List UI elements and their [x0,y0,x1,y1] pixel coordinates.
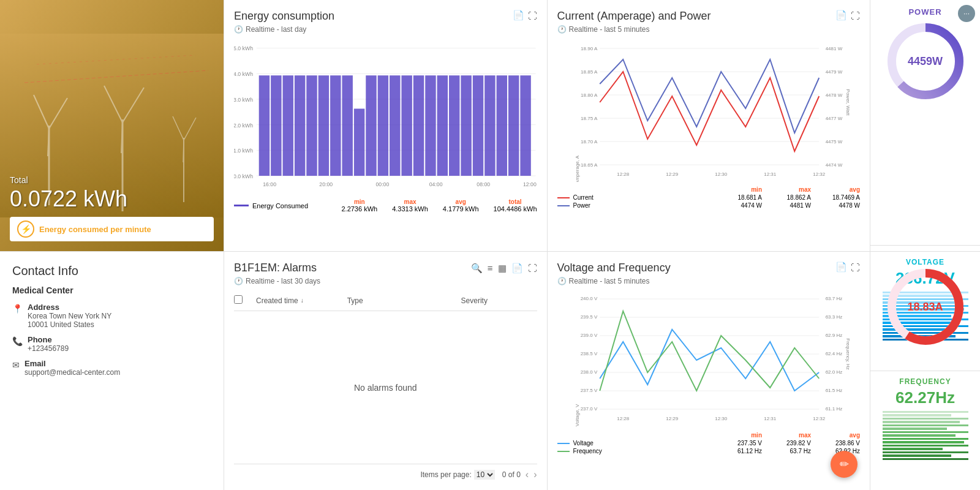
cp-chart-header: Current (Amperage) and Power 📄 ⛶ [557,10,861,23]
fullscreen-icon[interactable]: ⛶ [528,10,537,21]
power-stat-row: Power 4474 W 4481 W 4478 W [557,202,861,209]
current-power-chart: Current (Amperage) and Power 📄 ⛶ 🕐 Realt… [547,0,870,251]
svg-text:04:00: 04:00 [429,181,443,187]
svg-text:Voltage, V: Voltage, V [575,404,580,426]
svg-text:12:29: 12:29 [666,416,679,421]
alarms-download-icon[interactable]: 📄 [511,263,523,274]
alarm-checkbox-header[interactable] [234,295,256,306]
alarm-empty-message: No alarms found [234,311,537,464]
vf-avg-header: avg [811,432,860,439]
alarm-footer: Items per page: 10 25 50 0 of 0 ‹ › [234,464,537,480]
svg-rect-31 [306,75,317,176]
svg-rect-40 [413,75,424,176]
cp-avg-header: avg [811,186,860,193]
svg-rect-29 [283,75,293,176]
current-min: 18.681 A [713,194,762,201]
vf-clock-icon: 🕐 [557,277,567,285]
voltage-stat-row: Voltage 237.35 V 239.82 V 238.86 V [557,440,861,447]
power-avg: 4478 W [811,202,860,209]
vf-chart-tools: 📄 ⛶ [835,262,860,273]
svg-text:18.90 A: 18.90 A [581,46,598,51]
prev-page-btn[interactable]: ‹ [526,469,529,480]
cp-max-header: max [762,186,811,193]
current-stat-row: Current 18.681 A 18.862 A 18.7469 A [557,194,861,201]
sort-icon: ↓ [301,297,304,304]
svg-rect-38 [390,75,400,176]
svg-text:18.80 A: 18.80 A [581,92,598,98]
svg-text:18.70 A: 18.70 A [581,139,598,145]
vf-stats: min max avg Voltage 237.35 V 239.82 V 23… [557,432,861,454]
svg-text:62.4 Hz: 62.4 Hz [825,351,842,356]
svg-rect-30 [295,75,305,176]
email-icon: ✉ [12,360,20,370]
svg-text:2.0 kWh: 2.0 kWh [234,123,253,129]
freq-max: 63.7 Hz [762,448,811,454]
svg-rect-33 [330,75,341,176]
svg-rect-46 [484,75,495,176]
svg-text:12:31: 12:31 [764,416,777,421]
min-label: min [341,198,377,205]
svg-text:12:00: 12:00 [523,181,537,187]
per-minute-label: Energy consumed per minute [39,225,151,234]
alarm-select-all[interactable] [234,295,243,304]
energy-hero: Total 0.0722 kWh ⚡ Energy consumed per m… [0,0,224,251]
voltage-max: 239.82 V [762,440,811,447]
svg-text:12:31: 12:31 [764,172,777,177]
power-panel: ··· POWER [870,0,980,246]
items-per-page-select[interactable]: 10 25 50 [474,470,495,480]
download-icon[interactable]: 📄 [513,10,524,21]
email-value: support@medical-center.com [24,368,120,377]
svg-text:238.5 V: 238.5 V [580,351,597,356]
svg-text:62.9 Hz: 62.9 Hz [825,333,842,338]
svg-rect-41 [425,75,435,176]
chart-tools: 📄 ⛶ [513,10,537,21]
alarms-columns-icon[interactable]: ▦ [498,263,507,274]
svg-text:12:32: 12:32 [813,416,826,421]
next-page-btn[interactable]: › [533,469,537,480]
cp-fullscreen-icon[interactable]: ⛶ [851,10,860,21]
svg-text:12:28: 12:28 [617,416,630,421]
svg-text:239.0 V: 239.0 V [580,333,597,338]
svg-text:4477 W: 4477 W [825,116,842,121]
alarms-filter-icon[interactable]: ≡ [488,263,493,273]
svg-text:62.0 Hz: 62.0 Hz [825,369,842,375]
cp-download-icon[interactable]: 📄 [835,10,847,21]
phone-icon: 📞 [12,336,23,346]
svg-text:4.0 kWh: 4.0 kWh [234,71,253,77]
power-legend-item: Power [557,202,714,209]
voltage-min: 237.35 V [713,440,762,447]
vf-download-icon[interactable]: 📄 [835,262,847,273]
svg-rect-35 [354,108,364,176]
address-value: Korea Town New York NY10001 United State… [28,312,111,329]
voltage-legend-label: Voltage [573,440,594,447]
alarms-search-icon[interactable]: 🔍 [471,263,483,274]
svg-text:Amperage, A: Amperage, A [575,155,580,182]
lightning-icon: ⚡ [17,221,34,238]
vf-fullscreen-icon[interactable]: ⛶ [851,262,860,273]
max-label: max [392,198,428,205]
phone-content: Phone +123456789 [28,335,69,353]
power-label: Power [573,202,590,209]
fab-edit-button[interactable]: ✏ [831,451,858,478]
svg-text:18.65 A: 18.65 A [581,162,598,168]
current-donut: 18.83A [886,267,965,347]
alarms-fullscreen-icon[interactable]: ⛶ [528,263,537,273]
alarm-time-header[interactable]: Created time ↓ [256,296,347,305]
frequency-panel-title: FREQUENCY [899,377,951,386]
contact-org: Medical Center [12,285,211,295]
alarm-type-header: Type [347,296,461,305]
power-donut: // Will be drawn via JS below 4459W [886,21,965,101]
svg-text:63.7 Hz: 63.7 Hz [825,296,842,301]
svg-rect-27 [259,75,270,176]
svg-text:1.0 kWh: 1.0 kWh [234,148,253,154]
svg-text:12:30: 12:30 [715,172,728,177]
power-min: 4474 W [713,202,762,209]
cp-clock-icon: 🕐 [557,25,567,34]
svg-text:Frequency, Hz: Frequency, Hz [845,338,851,369]
current-max: 18.862 A [762,194,811,201]
alarms-panel: B1F1EM: Alarms 🔍 ≡ ▦ 📄 ⛶ 🕐 Realtime - la… [224,251,547,490]
email-content: Email support@medical-center.com [24,359,120,377]
freq-stat-row: Frequency 61.12 Hz 63.7 Hz 62.92 Hz [557,448,861,454]
cp-chart-svg: 18.90 A 18.85 A 18.80 A 18.75 A 18.70 A … [557,41,861,182]
svg-rect-42 [437,75,448,176]
